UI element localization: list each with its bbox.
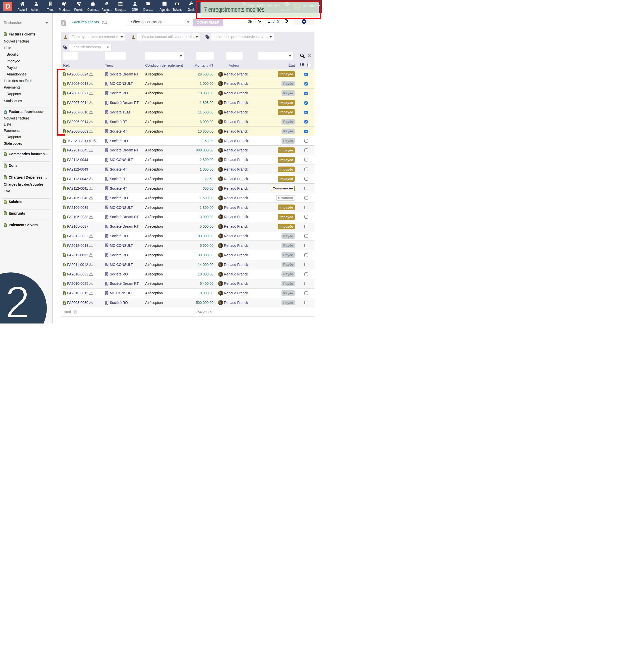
svg-text:$: $ — [64, 188, 65, 190]
svg-text:$: $ — [64, 264, 65, 266]
svg-text:$: $ — [4, 111, 6, 114]
svg-text:$: $ — [64, 178, 65, 181]
svg-text:$: $ — [4, 33, 6, 36]
svg-text:$: $ — [4, 201, 6, 204]
svg-text:$: $ — [64, 149, 65, 152]
svg-text:$: $ — [64, 207, 65, 209]
svg-text:$: $ — [4, 224, 6, 227]
svg-text:$: $ — [64, 168, 65, 171]
svg-text:$: $ — [64, 140, 65, 143]
svg-text:$: $ — [64, 302, 65, 304]
svg-text:$: $ — [4, 213, 6, 215]
svg-text:$: $ — [4, 153, 6, 156]
svg-text:$: $ — [64, 159, 65, 161]
svg-text:$: $ — [64, 292, 65, 295]
svg-text:$: $ — [64, 254, 65, 257]
svg-text:$: $ — [64, 235, 65, 238]
svg-text:$: $ — [64, 216, 65, 219]
svg-text:$: $ — [62, 22, 64, 25]
svg-text:$: $ — [4, 176, 6, 179]
svg-text:$: $ — [64, 197, 65, 200]
svg-text:$: $ — [64, 274, 65, 276]
svg-text:$: $ — [4, 165, 6, 167]
svg-text:$: $ — [64, 283, 65, 286]
svg-text:$: $ — [64, 245, 65, 247]
svg-text:$: $ — [64, 226, 65, 228]
